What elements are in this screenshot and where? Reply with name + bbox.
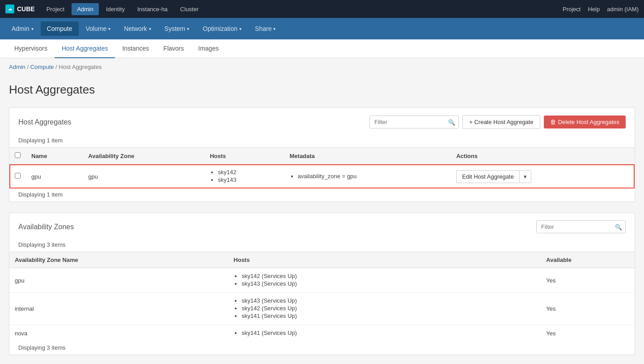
brand: ☁ CUBE (5, 4, 35, 13)
host-item: sky143 (218, 176, 279, 183)
tab-host-aggregates[interactable]: Host Aggregates (55, 39, 115, 58)
az-row-name: gpu (9, 268, 228, 293)
system-caret-icon: ▾ (187, 26, 189, 31)
table-row: nova sky141 (Services Up) Yes (9, 325, 635, 342)
host-item: sky143 (Services Up) (242, 297, 535, 304)
second-nav-optimization[interactable]: Optimization ▾ (196, 21, 248, 36)
sub-nav: Hypervisors Host Aggregates Instances Fl… (0, 39, 644, 58)
az-row-hosts: sky142 (Services Up) sky143 (Services Up… (228, 268, 541, 293)
az-row-hosts: sky143 (Services Up) sky142 (Services Up… (228, 293, 541, 325)
second-nav-admin[interactable]: Admin ▾ (5, 21, 40, 36)
main-content: Host Aggregates Host Aggregates 🔍 + Crea… (0, 76, 644, 364)
brand-logo: ☁ (5, 4, 14, 13)
ha-col-az: Availability Zone (83, 148, 204, 164)
az-row-name: internal (9, 293, 228, 325)
top-nav-help[interactable]: Help (588, 6, 600, 13)
table-row: internal sky143 (Services Up) sky142 (Se… (9, 293, 635, 325)
host-aggregates-controls: 🔍 + Create Host Aggregate 🗑 Delete Host … (369, 115, 626, 129)
az-row-available: Yes (541, 325, 635, 342)
top-nav-admin[interactable]: Admin (72, 3, 99, 15)
host-item: sky143 (Services Up) (242, 280, 535, 287)
az-item-count-bottom: Displaying 3 items (9, 342, 635, 355)
az-header-row: Availability Zone Name Hosts Available (9, 252, 635, 268)
top-nav-project[interactable]: Project (41, 3, 70, 15)
host-item: sky142 (Services Up) (242, 305, 535, 312)
second-nav: Admin ▾ Compute Volume ▾ Network ▾ Syste… (0, 18, 644, 39)
availability-zones-table: Availability Zone Name Hosts Available g… (9, 252, 635, 342)
az-filter-wrap: 🔍 (536, 220, 626, 233)
host-item: sky141 (Services Up) (242, 313, 535, 319)
ha-col-checkbox (9, 148, 26, 164)
optimization-caret-icon: ▾ (239, 26, 242, 31)
breadcrumb-admin[interactable]: Admin (9, 64, 25, 70)
page-title: Host Aggregates (9, 76, 635, 107)
breadcrumb: Admin / Compute / Host Aggregates (0, 58, 644, 76)
second-nav-compute[interactable]: Compute (41, 21, 79, 36)
host-aggregates-section: Host Aggregates 🔍 + Create Host Aggregat… (9, 107, 635, 202)
az-row-name: nova (9, 325, 228, 342)
host-item: sky141 (Services Up) (242, 330, 535, 336)
host-aggregates-table: Name Availability Zone Hosts Metadata Ac… (9, 147, 635, 188)
trash-icon: 🗑 (550, 119, 556, 125)
ha-col-metadata: Metadata (284, 148, 451, 164)
brand-name: CUBE (17, 5, 35, 13)
filter-input[interactable] (369, 116, 459, 128)
az-row-available: Yes (541, 293, 635, 325)
ha-col-actions: Actions (451, 148, 635, 164)
az-row-hosts: sky141 (Services Up) (228, 325, 541, 342)
delete-host-aggregates-button[interactable]: 🗑 Delete Host Aggregates (544, 116, 626, 128)
az-title: Availability Zones (18, 223, 74, 231)
create-host-aggregate-button[interactable]: + Create Host Aggregate (462, 115, 540, 129)
host-aggregates-title: Host Aggregates (18, 118, 71, 126)
row-checkbox[interactable] (15, 173, 21, 179)
az-col-available: Available (541, 252, 635, 268)
ha-item-count-top: Displaying 1 item (9, 134, 635, 147)
admin-caret-icon: ▾ (31, 26, 34, 31)
action-btn-group: Edit Host Aggregate ▾ (456, 170, 629, 183)
top-nav-user[interactable]: admin (IAM) (607, 6, 639, 13)
top-bar-left: ☁ CUBE Project Admin Identity Instance-h… (5, 3, 204, 15)
second-nav-network[interactable]: Network ▾ (118, 21, 157, 36)
breadcrumb-current: Host Aggregates (59, 64, 102, 70)
ha-col-name: Name (26, 148, 83, 164)
second-nav-system[interactable]: System ▾ (158, 21, 196, 36)
tab-images[interactable]: Images (191, 39, 226, 58)
az-col-hosts: Hosts (228, 252, 541, 268)
availability-zones-section: Availability Zones 🔍 Displaying 3 items … (9, 213, 635, 355)
tab-instances[interactable]: Instances (115, 39, 156, 58)
ha-row-actions: Edit Host Aggregate ▾ (451, 164, 635, 189)
ha-col-hosts: Hosts (204, 148, 284, 164)
ha-row-metadata: availability_zone = gpu (284, 164, 451, 189)
az-item-count-top: Displaying 3 items (9, 239, 635, 252)
top-bar-right: Project Help admin (IAM) (563, 6, 639, 13)
az-col-name: Availability Zone Name (9, 252, 228, 268)
az-controls: 🔍 (536, 220, 626, 233)
edit-host-aggregate-button[interactable]: Edit Host Aggregate (456, 170, 519, 183)
az-filter-input[interactable] (536, 220, 626, 233)
ha-row-checkbox (9, 164, 26, 189)
az-row-available: Yes (541, 268, 635, 293)
tab-flavors[interactable]: Flavors (156, 39, 191, 58)
az-header: Availability Zones 🔍 (9, 213, 635, 239)
ha-item-count-bottom: Displaying 1 item (9, 188, 635, 201)
filter-wrap: 🔍 (369, 116, 459, 128)
table-row: gpu sky142 (Services Up) sky143 (Service… (9, 268, 635, 293)
top-bar: ☁ CUBE Project Admin Identity Instance-h… (0, 0, 644, 18)
ha-row-az: gpu (83, 164, 204, 189)
host-aggregates-header: Host Aggregates 🔍 + Create Host Aggregat… (9, 108, 635, 134)
share-caret-icon: ▾ (273, 26, 275, 31)
action-dropdown-button[interactable]: ▾ (519, 170, 531, 183)
ha-row-hosts: sky142 sky143 (204, 164, 284, 189)
host-item: sky142 (Services Up) (242, 273, 535, 279)
tab-hypervisors[interactable]: Hypervisors (7, 39, 55, 58)
top-nav-instance-ha[interactable]: Instance-ha (132, 3, 173, 15)
top-nav-project-dropdown[interactable]: Project (563, 6, 580, 13)
select-all-checkbox[interactable] (15, 152, 21, 158)
second-nav-share[interactable]: Share ▾ (249, 21, 282, 36)
second-nav-volume[interactable]: Volume ▾ (80, 21, 117, 36)
top-nav-cluster[interactable]: Cluster (175, 3, 204, 15)
network-caret-icon: ▾ (149, 26, 151, 31)
table-row: gpu gpu sky142 sky143 availability_zone … (9, 164, 635, 189)
top-nav-identity[interactable]: Identity (101, 3, 130, 15)
breadcrumb-compute[interactable]: Compute (30, 64, 54, 70)
